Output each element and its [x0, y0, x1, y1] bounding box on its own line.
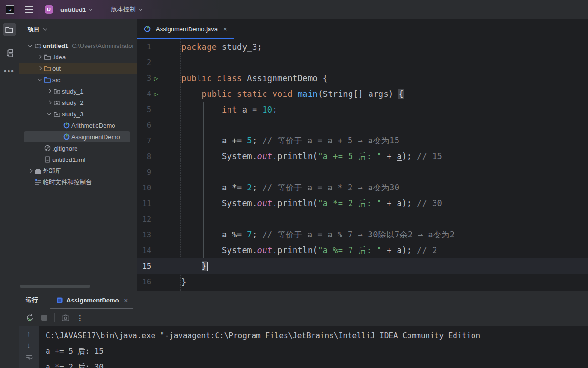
tree-item-study-2[interactable]: study_2 — [19, 97, 137, 108]
code-line-9[interactable]: 9 — [137, 164, 588, 180]
tree-item-label: ArithmeticDemo — [71, 122, 115, 129]
title-bar: IJ U untitled1 版本控制 — [0, 0, 588, 19]
code-line-11[interactable]: 11 System.out.println("a *= 2 后: " + a);… — [137, 196, 588, 211]
scroll-up-icon[interactable]: ↑ — [27, 330, 31, 337]
run-gutter-icon[interactable]: ▷ — [151, 90, 161, 98]
project-tool-button[interactable] — [3, 23, 16, 36]
project-widget[interactable]: untitled1 — [57, 4, 95, 15]
chevron-down-icon[interactable] — [36, 78, 44, 81]
structure-tool-button[interactable] — [3, 46, 16, 59]
chevron-right-icon[interactable] — [46, 101, 53, 104]
stop-icon[interactable] — [41, 314, 47, 321]
line-number[interactable]: 11 — [137, 199, 151, 208]
tree-item-untitled1[interactable]: untitled1C:\Users\Administrator — [19, 40, 137, 51]
code-line-16[interactable]: 16} — [137, 274, 588, 290]
chevron-right-icon[interactable] — [46, 90, 53, 93]
code-line-1[interactable]: 1package study_3; — [137, 39, 588, 55]
line-number[interactable]: 2 — [137, 58, 151, 67]
code-line-15[interactable]: 15 } — [137, 258, 588, 274]
line-number[interactable]: 12 — [137, 215, 151, 224]
console-line: a += 5 后: 15 — [46, 343, 588, 359]
line-number[interactable]: 6 — [137, 121, 151, 130]
tree-item--idea[interactable]: .idea — [19, 51, 137, 63]
line-number[interactable]: 14 — [137, 246, 151, 255]
line-number[interactable]: 4 — [137, 90, 151, 98]
code-text: int a = 10; — [137, 105, 277, 114]
code-text: public static void main(String[] args) { — [137, 89, 404, 99]
chevron-right-icon[interactable] — [36, 56, 44, 58]
project-panel: 项目 untitled1C:\Users\Administrator.ideao… — [19, 19, 137, 291]
code-editor[interactable]: 1package study_3;23▷public class Assignm… — [137, 39, 588, 291]
vcs-widget[interactable]: 版本控制 — [108, 3, 145, 16]
left-tool-strip: ••• — [0, 19, 19, 368]
more-icon[interactable]: ⋮ — [76, 314, 84, 321]
structure-icon — [5, 48, 14, 57]
line-number[interactable]: 5 — [137, 105, 151, 114]
tree-item-out[interactable]: out — [19, 63, 137, 74]
chevron-down-icon[interactable] — [46, 113, 53, 115]
code-line-14[interactable]: 14 System.out.println("a %= 7 后: " + a);… — [137, 243, 588, 258]
tree-item-label: AssignmentDemo — [71, 133, 120, 141]
tree-item-study-1[interactable]: study_1 — [19, 85, 137, 97]
rerun-icon[interactable] — [26, 313, 34, 322]
camera-icon[interactable] — [61, 313, 70, 322]
tree-item--gitignore[interactable]: .gitignore — [19, 142, 137, 154]
run-toolbar: ⋮ — [19, 309, 588, 326]
code-line-4[interactable]: 4▷ public static void main(String[] args… — [137, 86, 588, 102]
tree-item-label: .gitignore — [52, 145, 77, 152]
line-number[interactable]: 9 — [137, 168, 151, 177]
project-avatar: U — [45, 5, 53, 14]
close-icon[interactable]: × — [124, 297, 128, 304]
code-line-5[interactable]: 5 int a = 10; — [137, 102, 588, 117]
code-line-6[interactable]: 6 — [137, 117, 588, 133]
line-number[interactable]: 10 — [137, 184, 151, 192]
file-icon — [44, 156, 52, 163]
line-number[interactable]: 15 — [137, 262, 151, 271]
soft-wrap-icon[interactable] — [25, 353, 33, 362]
main-menu-icon[interactable] — [25, 6, 33, 13]
tree-item-label: study_1 — [62, 88, 84, 95]
project-tree: untitled1C:\Users\Administrator.ideaouts… — [19, 40, 137, 188]
tree-item-assignmentdemo[interactable]: AssignmentDemo — [19, 131, 137, 142]
line-number[interactable]: 8 — [137, 152, 151, 161]
run-tab-assignmentdemo[interactable]: AssignmentDemo × — [50, 291, 133, 309]
scroll-down-icon[interactable]: ↓ — [27, 341, 31, 349]
tree-item-study-3[interactable]: study_3 — [19, 108, 137, 120]
chevron-down-icon[interactable] — [27, 44, 34, 47]
editor-tab-assignmentdemo[interactable]: AssignmentDemo.java × — [137, 19, 234, 39]
console-gutter: ↑ ↓ — [19, 326, 39, 368]
line-number[interactable]: 16 — [137, 278, 151, 286]
chevron-right-icon[interactable] — [36, 67, 44, 70]
console-line: a *= 2 后: 30 — [46, 359, 588, 368]
code-line-12[interactable]: 12 — [137, 211, 588, 227]
more-tools-icon[interactable]: ••• — [4, 67, 15, 75]
line-number[interactable]: 1 — [137, 43, 151, 51]
tree-item-untitled1-iml[interactable]: untitled1.iml — [19, 154, 137, 165]
code-line-13[interactable]: 13 a %= 7; // 等价于 a = a % 7 → 30除以7余2 → … — [137, 227, 588, 243]
run-gutter-icon[interactable]: ▷ — [151, 74, 161, 83]
code-line-2[interactable]: 2 — [137, 55, 588, 70]
line-number[interactable]: 3 — [137, 74, 151, 83]
code-text: public class AssignmentDemo { — [137, 74, 328, 83]
code-line-7[interactable]: 7 a += 5; // 等价于 a = a + 5 → a变为15 — [137, 133, 588, 149]
code-line-10[interactable]: 10 a *= 2; // 等价于 a = a * 2 → a变为30 — [137, 180, 588, 196]
tree-item-src[interactable]: src — [19, 74, 137, 85]
tree-item-临时文件和控制台[interactable]: 临时文件和控制台 — [19, 177, 137, 188]
project-icon — [34, 42, 43, 49]
line-number[interactable]: 7 — [137, 137, 151, 145]
tree-item-arithmeticdemo[interactable]: ArithmeticDemo — [19, 120, 137, 131]
scratches-icon — [34, 179, 43, 186]
strip-divider — [5, 41, 14, 41]
class-icon — [143, 25, 152, 33]
console-output[interactable]: C:\JAVASE17\bin\java.exe "-javaagent:C:\… — [39, 326, 588, 368]
tree-item-label: untitled1.iml — [52, 156, 85, 163]
chevron-right-icon[interactable] — [27, 170, 34, 172]
line-number[interactable]: 13 — [137, 231, 151, 239]
editor-pane: AssignmentDemo.java × 1package study_3;2… — [137, 19, 588, 291]
code-line-8[interactable]: 8 System.out.println("a += 5 后: " + a); … — [137, 149, 588, 164]
tree-item-外部库[interactable]: 外部库 — [19, 165, 137, 177]
project-panel-header[interactable]: 项目 — [19, 19, 137, 40]
project-scrollbar[interactable] — [20, 285, 90, 288]
close-icon[interactable]: × — [223, 26, 227, 33]
code-line-3[interactable]: 3▷public class AssignmentDemo { — [137, 70, 588, 86]
